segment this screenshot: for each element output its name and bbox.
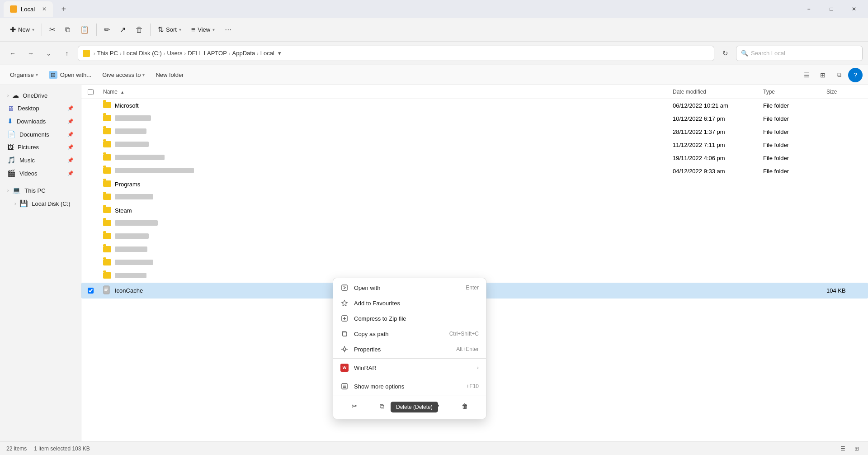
details-view-button[interactable]: ⊞ [816, 68, 830, 82]
type-column-header[interactable]: Type [760, 87, 823, 97]
table-row[interactable] [81, 230, 868, 243]
breadcrumb-users[interactable]: Users [167, 50, 183, 57]
up-button[interactable]: ↑ [60, 46, 74, 61]
table-row[interactable]: 10/12/2022 6:17 pmFile folder [81, 112, 868, 125]
sidebar-item-this-pc[interactable]: › 💻 This PC [2, 184, 79, 197]
table-row[interactable] [81, 243, 868, 256]
table-row[interactable] [81, 217, 868, 230]
cm-footer-delete[interactable]: 🗑 [458, 399, 472, 413]
table-row[interactable]: Steam [81, 204, 868, 217]
organise-button[interactable]: Organise ▾ [5, 69, 42, 81]
row-name-text: Programs [115, 181, 140, 188]
folder-icon [103, 128, 111, 134]
sidebar-item-downloads[interactable]: ⬇ Downloads 📌 [2, 115, 79, 128]
sort-button[interactable]: ⇅ Sort ▾ [153, 23, 186, 37]
cm-add-favourites[interactable]: Add to Favourites [333, 295, 486, 311]
sidebar-item-onedrive[interactable]: › ☁ OneDrive [2, 89, 79, 102]
table-row[interactable]: 11/12/2022 7:11 pmFile folder [81, 138, 868, 152]
sidebar-item-desktop[interactable]: 🖥 Desktop 📌 [2, 102, 79, 114]
refresh-button[interactable]: ↻ [718, 46, 732, 61]
breadcrumb-this-pc[interactable]: This PC [97, 50, 118, 57]
status-details-view[interactable]: ☰ [838, 445, 848, 453]
downloads-label: Downloads [17, 118, 46, 125]
sidebar-item-documents[interactable]: 📄 Documents 📌 [2, 128, 79, 141]
sidebar-item-local-disk[interactable]: › 💾 Local Disk (C:) [2, 197, 79, 210]
share-button[interactable]: ↗ [115, 23, 130, 37]
cm-copy-path[interactable]: Copy as path Ctrl+Shift+C [333, 326, 486, 341]
copy-path-icon [340, 330, 349, 338]
rename-button[interactable]: ✏ [99, 23, 114, 37]
date-column-header[interactable]: Date modified [669, 87, 760, 97]
table-row[interactable] [81, 256, 868, 270]
cm-footer-cut[interactable]: ✂ [347, 399, 362, 413]
cm-open-with[interactable]: Open with Enter [333, 280, 486, 295]
table-row[interactable] [81, 191, 868, 204]
view-button[interactable]: ≡ View ▾ [187, 23, 219, 37]
folder-icon [103, 141, 111, 147]
table-row[interactable]: Programs [81, 178, 868, 191]
add-tab-button[interactable]: + [57, 3, 70, 15]
toolbar-sep-1 [42, 24, 42, 36]
breadcrumb-bar[interactable]: › This PC › Local Disk (C:) › Users › DE… [78, 46, 714, 61]
give-access-button[interactable]: Give access to ▾ [98, 69, 149, 81]
forward-button[interactable]: → [24, 46, 38, 61]
breadcrumb-local-disk[interactable]: Local Disk (C:) [123, 50, 162, 57]
row-checkbox-cell [81, 275, 99, 278]
sidebar-item-pictures[interactable]: 🖼 Pictures 📌 [2, 141, 79, 153]
size-column-header[interactable]: Size [823, 87, 868, 97]
svg-marker-5 [342, 300, 347, 306]
close-window-button[interactable]: ✕ [844, 2, 864, 16]
row-checkbox-cell [81, 143, 99, 147]
cm-properties-shortcut: Alt+Enter [456, 346, 479, 352]
breadcrumb-dropdown[interactable]: ▾ [278, 50, 281, 57]
sidebar-item-videos[interactable]: 🎬 Videos 📌 [2, 167, 79, 180]
cm-compress-zip[interactable]: Compress to Zip file [333, 311, 486, 326]
active-tab[interactable]: Local ✕ [4, 1, 53, 17]
copy-button[interactable]: ⧉ [61, 23, 75, 37]
split-view-button[interactable]: ⧉ [832, 68, 846, 82]
cm-footer-copy[interactable]: ⧉ [375, 399, 389, 413]
tab-close-button[interactable]: ✕ [42, 6, 47, 12]
table-row[interactable]: Microsoft06/12/2022 10:21 amFile folder [81, 99, 868, 112]
delete-icon: 🗑 [136, 26, 143, 34]
paste-button[interactable]: 📋 [75, 23, 94, 37]
table-row[interactable]: 19/11/2022 4:06 pmFile folder [81, 152, 868, 165]
videos-label: Videos [19, 170, 38, 177]
select-all-checkbox[interactable] [81, 87, 99, 97]
cm-footer-paste[interactable]: 📋 [402, 399, 417, 413]
cm-winrar[interactable]: W WinRAR › [333, 360, 486, 375]
name-column-header[interactable]: Name ▲ [99, 87, 669, 97]
cut-icon: ✂ [49, 25, 55, 34]
breadcrumb-dell-laptop[interactable]: DELL LAPTOP [188, 50, 227, 57]
new-folder-button[interactable]: New folder [151, 69, 188, 81]
row-checkbox-cell [81, 261, 99, 265]
table-row[interactable]: 28/11/2022 1:37 pmFile folder [81, 125, 868, 138]
row-checkbox-cell [81, 248, 99, 252]
table-row[interactable]: 04/12/2022 9:33 amFile folder [81, 165, 868, 178]
new-button[interactable]: ✚ New ▾ [5, 23, 39, 37]
cut-button[interactable]: ✂ [45, 23, 60, 37]
row-size [823, 222, 868, 226]
row-checkbox[interactable] [88, 288, 94, 294]
recent-button[interactable]: ⌄ [42, 46, 56, 61]
cm-properties[interactable]: Properties Alt+Enter [333, 341, 486, 357]
row-size [823, 117, 868, 121]
row-name: Steam [99, 205, 669, 216]
search-box[interactable]: 🔍 Search Local [736, 46, 863, 61]
open-with-button[interactable]: ⊞ Open with... [44, 69, 96, 81]
sidebar-item-music[interactable]: 🎵 Music 📌 [2, 154, 79, 166]
maximize-button[interactable]: □ [821, 2, 842, 16]
folder-icon [103, 115, 111, 121]
cm-footer-share[interactable]: ↗ [430, 399, 444, 413]
delete-button[interactable]: 🗑 [131, 23, 147, 37]
more-options-button[interactable]: ··· [220, 22, 236, 37]
select-all-input[interactable] [88, 89, 94, 95]
cm-show-more[interactable]: Show more options +F10 [333, 379, 486, 394]
breadcrumb-local[interactable]: Local [260, 50, 274, 57]
help-button[interactable]: ? [848, 68, 863, 82]
breadcrumb-appdata[interactable]: AppData [232, 50, 255, 57]
status-grid-view[interactable]: ⊞ [852, 445, 862, 453]
minimize-button[interactable]: − [798, 2, 819, 16]
back-button[interactable]: ← [5, 46, 20, 61]
list-view-button[interactable]: ☰ [799, 68, 814, 82]
